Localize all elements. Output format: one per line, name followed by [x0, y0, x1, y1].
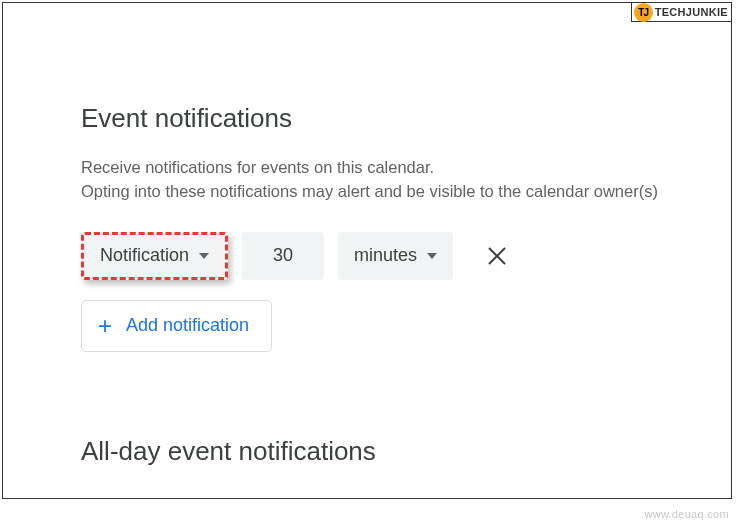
- notification-unit-label: minutes: [354, 245, 417, 266]
- notification-value: 30: [273, 245, 293, 266]
- description-line-1: Receive notifications for events on this…: [81, 158, 434, 176]
- content-area: Event notifications Receive notification…: [3, 3, 731, 467]
- plus-icon: +: [98, 314, 112, 338]
- dropdown-caret-icon: [199, 253, 209, 259]
- notification-type-select[interactable]: Notification: [81, 232, 228, 280]
- notification-unit-select[interactable]: minutes: [338, 232, 453, 280]
- add-notification-button[interactable]: + Add notification: [81, 300, 272, 352]
- techjunkie-badge: TECHJUNKIE: [631, 3, 731, 22]
- notification-row: Notification 30 minutes: [81, 232, 731, 280]
- techjunkie-logo-icon: [634, 3, 653, 22]
- close-icon: [487, 246, 507, 266]
- notification-type-label: Notification: [100, 245, 189, 266]
- remove-notification-button[interactable]: [477, 236, 517, 276]
- watermark-text: www.deuaq.com: [644, 508, 729, 520]
- dropdown-caret-icon: [427, 253, 437, 259]
- add-notification-label: Add notification: [126, 315, 249, 336]
- settings-panel: TECHJUNKIE Event notifications Receive n…: [2, 2, 732, 499]
- techjunkie-text: TECHJUNKIE: [655, 6, 731, 18]
- description-line-2: Opting into these notifications may aler…: [81, 182, 658, 200]
- event-notifications-heading: Event notifications: [81, 103, 731, 134]
- notification-value-input[interactable]: 30: [242, 232, 324, 280]
- event-notifications-description: Receive notifications for events on this…: [81, 156, 731, 204]
- allday-notifications-heading: All-day event notifications: [81, 436, 731, 467]
